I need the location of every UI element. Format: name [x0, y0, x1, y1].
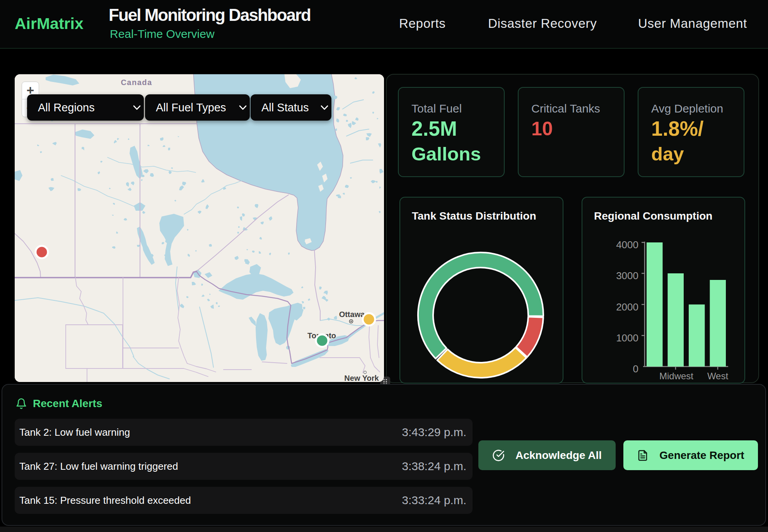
- svg-text:4000: 4000: [616, 239, 638, 251]
- svg-text:Midwest: Midwest: [659, 371, 693, 381]
- svg-text:New York: New York: [344, 374, 379, 382]
- svg-text:West: West: [707, 371, 729, 381]
- svg-text:2000: 2000: [616, 301, 638, 313]
- svg-text:0: 0: [633, 363, 638, 375]
- svg-text:1000: 1000: [616, 332, 638, 344]
- svg-text:3000: 3000: [616, 270, 638, 281]
- svg-text:Ottawa: Ottawa: [339, 310, 365, 319]
- svg-text:Canada: Canada: [121, 78, 152, 87]
